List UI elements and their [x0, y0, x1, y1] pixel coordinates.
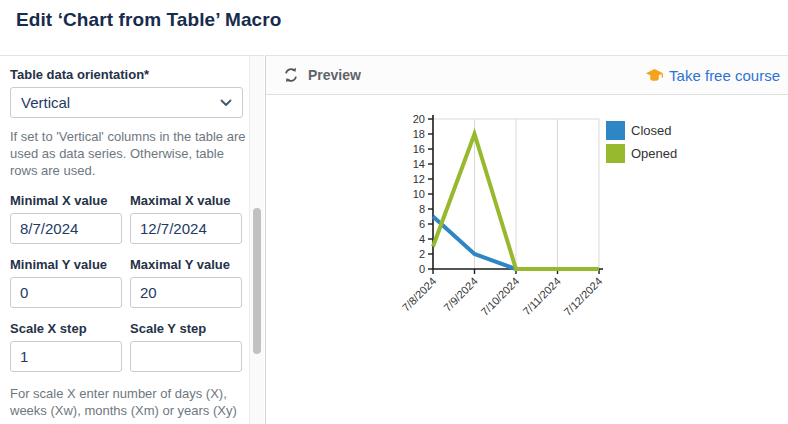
y-range-row: Minimal Y value Maximal Y value — [10, 257, 249, 308]
scale-x-label: Scale X step — [10, 321, 122, 336]
y-tick-label: 8 — [419, 203, 425, 215]
page-title: Edit ‘Chart from Table’ Macro — [16, 9, 281, 31]
legend-label-closed: Closed — [631, 123, 671, 138]
y-tick-label: 12 — [413, 173, 425, 185]
y-tick-label: 18 — [413, 128, 425, 140]
scale-step-row: Scale X step Scale Y step — [10, 321, 249, 372]
scale-x-input[interactable] — [10, 341, 122, 372]
y-tick-label: 0 — [419, 263, 425, 275]
legend-label-opened: Opened — [631, 146, 677, 161]
chart-svg: 024681012141618207/8/20247/9/20247/10/20… — [388, 103, 723, 358]
x-tick-label: 7/12/2024 — [561, 275, 604, 318]
chevron-down-icon — [220, 99, 232, 107]
take-free-course-link[interactable]: Take free course — [645, 67, 780, 84]
refresh-icon[interactable] — [283, 67, 299, 83]
min-y-input[interactable] — [10, 277, 122, 308]
scale-y-label: Scale Y step — [130, 321, 242, 336]
x-range-row: Minimal X value Maximal X value — [10, 193, 249, 244]
max-y-input[interactable] — [130, 277, 242, 308]
max-x-input[interactable] — [130, 213, 242, 244]
scale-y-input[interactable] — [130, 341, 242, 372]
graduation-cap-icon — [645, 68, 664, 83]
preview-panel: Preview Take free course 024681012141618… — [265, 55, 788, 424]
max-x-label: Maximal X value — [130, 193, 242, 208]
max-y-label: Maximal Y value — [130, 257, 242, 272]
y-tick-label: 16 — [413, 143, 425, 155]
macro-settings-panel: Table data orientation* Vertical If set … — [0, 55, 249, 424]
y-tick-label: 6 — [419, 218, 425, 230]
y-tick-label: 20 — [413, 113, 425, 125]
orientation-help-text: If set to 'Vertical' columns in the tabl… — [10, 128, 246, 179]
orientation-select[interactable]: Vertical — [10, 87, 243, 118]
legend-swatch-opened — [606, 144, 625, 163]
orientation-selected-value: Vertical — [21, 94, 70, 111]
scale-help-text: For scale X enter number of days (X), we… — [10, 385, 246, 419]
min-x-input[interactable] — [10, 213, 122, 244]
preview-header: Preview Take free course — [266, 56, 788, 95]
x-tick-label: 7/10/2024 — [478, 275, 521, 318]
preview-chart: 024681012141618207/8/20247/9/20247/10/20… — [388, 103, 723, 358]
x-tick-label: 7/9/2024 — [441, 275, 480, 314]
y-tick-label: 14 — [413, 158, 425, 170]
orientation-label: Table data orientation* — [10, 67, 249, 82]
left-panel-scrollbar[interactable] — [249, 55, 264, 424]
legend-swatch-closed — [606, 121, 625, 140]
min-x-label: Minimal X value — [10, 193, 122, 208]
x-tick-label: 7/8/2024 — [400, 275, 439, 314]
scrollbar-thumb[interactable] — [253, 208, 261, 354]
take-free-course-label: Take free course — [669, 67, 780, 84]
y-tick-label: 10 — [413, 188, 425, 200]
preview-title: Preview — [308, 67, 361, 83]
y-tick-label: 2 — [419, 248, 425, 260]
min-y-label: Minimal Y value — [10, 257, 122, 272]
x-tick-label: 7/11/2024 — [520, 275, 563, 318]
y-tick-label: 4 — [419, 233, 425, 245]
